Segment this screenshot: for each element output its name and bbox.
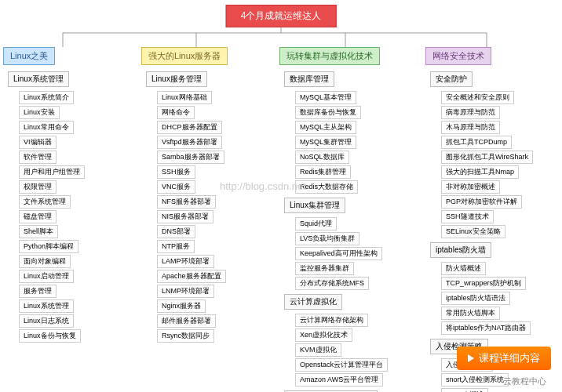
leaf-node[interactable]: SSH服务 [157,165,195,179]
leaf-node[interactable]: 防火墙概述 [441,262,486,275]
column-0: Linux之美Linux系统管理Linux系统简介Linux安装Linux常用命… [3,47,137,392]
subcategory-node[interactable]: 数据库管理 [284,71,334,87]
group: iptables防火墙防火墙概述TCP_wrappers防护机制iptables… [425,242,562,336]
subcategory-node[interactable]: Linux系统管理 [8,71,69,87]
leaf-node[interactable]: LAMP环境部署 [157,255,214,268]
item-list: Linux系统简介Linux安装Linux常用命令VI编辑器软件管理用户和用户组… [19,91,137,343]
leaf-node[interactable]: Linux日志系统 [19,314,74,328]
leaf-node[interactable]: Openstack云计算管理平台 [295,358,388,372]
leaf-node[interactable]: Apache服务器配置 [157,270,226,283]
leaf-node[interactable]: DHCP服务器配置 [157,121,222,134]
columns-container: Linux之美Linux系统管理Linux系统简介Linux安装Linux常用命… [3,47,562,392]
leaf-node[interactable]: Xen虚拟化技术 [295,328,352,342]
leaf-node[interactable]: 强大的扫描工具Nmap [441,165,519,179]
group: Linux系统管理Linux系统简介Linux安装Linux常用命令VI编辑器软… [3,71,137,343]
group: Linux服务管理Linux网络基础网络命令DHCP服务器配置Vsftpd服务器… [141,71,275,343]
leaf-node[interactable]: 分布式存储系统MFS [295,277,369,290]
leaf-node[interactable]: 面向对象编程 [19,255,71,268]
item-list: Linux网络基础网络命令DHCP服务器配置Vsftpd服务器部署Samba服务… [157,91,275,343]
leaf-node[interactable]: 安全概述和安全原则 [441,91,514,104]
leaf-node[interactable]: 木马原理与防范 [441,121,500,134]
leaf-node[interactable]: 病毒原理与防范 [441,106,500,119]
leaf-node[interactable]: Python脚本编程 [19,240,78,253]
subcategory-node[interactable]: 云计算虚拟化 [284,294,342,310]
item-list: 安全概述和安全原则病毒原理与防范木马原理与防范抓包工具TCPDump图形化抓包工… [441,91,562,239]
subcategory-node[interactable]: 安全防护 [430,71,473,87]
leaf-node[interactable]: 用户和用户组管理 [19,165,85,179]
item-list: 云计算网络存储架构Xen虚拟化技术KVM虚拟化Openstack云计算管理平台A… [295,314,421,387]
leaf-node[interactable]: Linux系统简介 [19,91,74,104]
leaf-node[interactable]: VNC服务 [157,180,195,194]
leaf-node[interactable]: Linux备份与恢复 [19,329,81,343]
leaf-node[interactable]: LVS负载均衡集群 [295,232,359,245]
leaf-node[interactable]: 常用防火墙脚本 [441,307,500,320]
category-node[interactable]: 玩转集群与虚拟化技术 [279,47,380,65]
item-list: 防火墙概述TCP_wrappers防护机制iptables防火墙语法常用防火墙脚… [441,262,562,336]
leaf-node[interactable]: RootKit概述 [441,388,488,392]
leaf-node[interactable]: MySQL基本管理 [295,91,356,104]
footer-text: 云教程中心 [503,376,546,387]
group: 数据库管理MySQL基本管理数据库备份与恢复MySQL主从架构MySQL集群管理… [279,71,421,194]
leaf-node[interactable]: Redis集群管理 [295,165,351,179]
column-2: 玩转集群与虚拟化技术数据库管理MySQL基本管理数据库备份与恢复MySQL主从架… [279,47,421,392]
leaf-node[interactable]: 网络命令 [157,106,195,119]
leaf-node[interactable]: MySQL主从架构 [295,121,356,134]
leaf-node[interactable]: 数据库备份与恢复 [295,106,361,119]
leaf-node[interactable]: 邮件服务器部署 [157,314,216,328]
leaf-node[interactable]: 云计算网络存储架构 [295,314,368,327]
leaf-node[interactable]: 将iptables作为NAT路由器 [441,321,531,335]
play-icon [468,354,474,362]
leaf-node[interactable]: VI编辑器 [19,136,57,149]
leaf-node[interactable]: KVM虚拟化 [295,343,341,357]
category-node[interactable]: 网络安全技术 [425,47,491,65]
leaf-node[interactable]: LNMP环境部署 [157,285,214,298]
category-node[interactable]: Linux之美 [3,47,55,65]
leaf-node[interactable]: 监控服务器集群 [295,262,354,275]
leaf-node[interactable]: MySQL集群管理 [295,136,356,149]
leaf-node[interactable]: Nginx服务器 [157,299,206,313]
leaf-node[interactable]: 非对称加密概述 [441,180,500,194]
leaf-node[interactable]: NTP服务 [157,240,195,253]
leaf-node[interactable]: SELinux安全策略 [441,225,505,238]
leaf-node[interactable]: PGP对称加密软件详解 [441,195,522,209]
category-node[interactable]: 强大的Linux服务器 [141,47,228,65]
column-3: 网络安全技术安全防护安全概述和安全原则病毒原理与防范木马原理与防范抓包工具TCP… [425,47,562,392]
column-1: 强大的Linux服务器Linux服务管理Linux网络基础网络命令DHCP服务器… [141,47,275,392]
leaf-node[interactable]: Samba服务器部署 [157,151,224,164]
leaf-node[interactable]: 抓包工具TCPDump [441,136,512,149]
leaf-node[interactable]: Vsftpd服务器部署 [157,136,222,149]
leaf-node[interactable]: 软件管理 [19,151,57,164]
leaf-node[interactable]: Keepalived高可用性架构 [295,247,382,260]
leaf-node[interactable]: 图形化抓包工具WireShark [441,151,533,164]
cta-label: 课程详细内容 [479,351,540,365]
leaf-node[interactable]: DNS部署 [157,225,195,238]
leaf-node[interactable]: Redis大数据存储 [295,180,358,194]
leaf-node[interactable]: iptables防火墙语法 [441,292,510,305]
leaf-node[interactable]: 文件系统管理 [19,195,71,209]
root-node: 4个月成就运维达人 [226,5,337,27]
leaf-node[interactable]: 服务管理 [19,285,57,298]
leaf-node[interactable]: Rsync数据同步 [157,329,214,343]
leaf-node[interactable]: 权限管理 [19,180,57,194]
leaf-node[interactable]: Linux网络基础 [157,91,212,104]
leaf-node[interactable]: 磁盘管理 [19,210,57,223]
leaf-node[interactable]: Squid代理 [295,217,337,230]
leaf-node[interactable]: NoSQL数据库 [295,151,349,164]
item-list: MySQL基本管理数据库备份与恢复MySQL主从架构MySQL集群管理NoSQL… [295,91,421,194]
leaf-node[interactable]: Linux启动管理 [19,270,74,283]
leaf-node[interactable]: Shell脚本 [19,225,58,238]
leaf-node[interactable]: TCP_wrappers防护机制 [441,277,526,290]
cta-button[interactable]: 课程详细内容 [457,347,551,370]
leaf-node[interactable]: Amazon AWS云平台管理 [295,373,383,387]
subcategory-node[interactable]: iptables防火墙 [430,242,491,258]
leaf-node[interactable]: NIS服务器部署 [157,210,213,223]
leaf-node[interactable]: Linux系统管理 [19,299,74,313]
leaf-node[interactable]: Linux常用命令 [19,121,74,134]
leaf-node[interactable]: NFS服务器部署 [157,195,216,209]
leaf-node[interactable]: Linux安装 [19,106,60,119]
subcategory-node[interactable]: Linux服务管理 [146,71,207,87]
subcategory-node[interactable]: Linux集群管理 [284,198,345,213]
leaf-node[interactable]: snort入侵检测系统 [441,373,509,387]
group: Linux集群管理Squid代理LVS负载均衡集群Keepalived高可用性架… [279,198,421,291]
leaf-node[interactable]: SSH隧道技术 [441,210,494,223]
